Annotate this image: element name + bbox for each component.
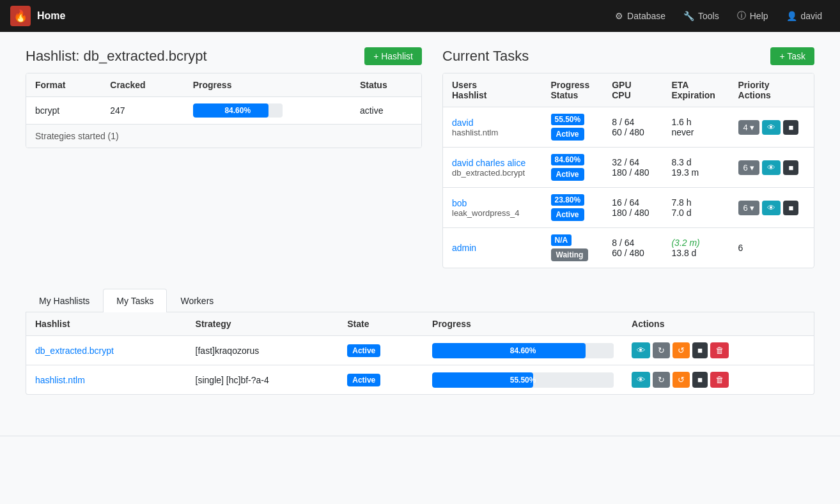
my-task-action-group: 👁 ↻ ↺ ■ 🗑 — [632, 372, 805, 388]
task-eta: 7.8 h — [671, 197, 720, 208]
my-task-view-button[interactable]: 👁 — [632, 342, 650, 358]
task-eta: 1.6 h — [671, 117, 720, 127]
stop-task-button[interactable]: ■ — [783, 120, 798, 135]
task-gpu-cpu: 16 / 64 180 / 480 — [603, 188, 662, 228]
navbar-nav: ⚙ Database 🔧 Tools ⓘ Help 👤 david — [607, 6, 830, 26]
th-priority-actions: Priority Actions — [729, 73, 814, 107]
task-user-link[interactable]: bob — [452, 198, 467, 208]
tools-icon: 🔧 — [683, 11, 694, 21]
hashlist-data-row: bcrypt 247 84.60% active — [26, 97, 421, 125]
task-status-badge: Active — [551, 128, 584, 141]
task-row: david charles alice db_extracted.bcrypt … — [443, 148, 814, 188]
my-task-hashlist: hashlist.ntlm — [26, 365, 187, 395]
priority-dropdown-button[interactable]: 4 ▾ — [738, 120, 760, 135]
footer-divider — [0, 436, 840, 436]
task-expiration: never — [671, 127, 720, 137]
tasks-header-row: Users Hashlist Progress Status GPU CPU — [443, 73, 814, 107]
user-nav-item[interactable]: 👤 david — [779, 7, 830, 25]
my-task-view-button[interactable]: 👁 — [632, 372, 650, 388]
stop-task-button[interactable]: ■ — [783, 160, 798, 175]
hashlist-table-wrapper: Format Cracked Progress Status bcrypt 24… — [26, 73, 422, 148]
col-task-progress: Progress — [423, 312, 623, 336]
task-priority-value: 6 — [738, 243, 743, 253]
tasks-header: Current Tasks + Task — [442, 47, 814, 65]
task-user-link[interactable]: admin — [452, 243, 476, 253]
my-task-stop-button[interactable]: ■ — [692, 342, 708, 358]
my-task-hashlist-link[interactable]: db_extracted.bcrypt — [35, 346, 114, 356]
task-user-link[interactable]: david charles alice — [452, 158, 525, 168]
add-task-button[interactable]: + Task — [770, 47, 814, 65]
task-user-hashlist: david hashlist.ntlm — [443, 107, 542, 148]
hashlist-title: Hashlist: db_extracted.bcrypt — [26, 48, 207, 65]
task-user-hashlist: admin — [443, 228, 542, 268]
priority-dropdown-button[interactable]: 6 ▾ — [738, 160, 760, 175]
tab-workers[interactable]: Workers — [167, 289, 227, 312]
database-nav-item[interactable]: ⚙ Database — [607, 7, 673, 25]
col-status: Status — [351, 73, 421, 97]
task-expiration: 19.3 m — [671, 167, 720, 178]
stop-task-button[interactable]: ■ — [783, 201, 798, 215]
task-row: david hashlist.ntlm 55.50% Active 8 / 64… — [443, 107, 814, 148]
my-task-restart-button[interactable]: ↺ — [673, 342, 690, 358]
my-task-delete-button[interactable]: 🗑 — [710, 342, 729, 358]
task-gpu: 32 / 64 — [612, 157, 653, 167]
tasks-table: Users Hashlist Progress Status GPU CPU — [443, 73, 814, 268]
th-users-hashlist: Users Hashlist — [443, 73, 542, 107]
task-progress-badge: 23.80% — [551, 194, 585, 206]
add-hashlist-button[interactable]: + Hashlist — [364, 47, 422, 65]
task-progress-status: 23.80% Active — [542, 188, 603, 228]
my-task-delete-button[interactable]: 🗑 — [710, 372, 729, 388]
my-task-state-badge: Active — [347, 374, 380, 386]
hashlist-table: Format Cracked Progress Status bcrypt 24… — [26, 73, 421, 148]
my-task-state-badge: Active — [347, 344, 380, 357]
task-priority-cell: 6 ▾ 👁 ■ — [729, 148, 814, 188]
view-task-button[interactable]: 👁 — [762, 120, 781, 135]
my-task-actions: 👁 ↻ ↺ ■ 🗑 — [623, 336, 814, 365]
priority-dropdown-button[interactable]: 6 ▾ — [738, 201, 760, 215]
task-status-badge: Active — [551, 208, 584, 221]
my-task-progress-cell: 84.60% — [423, 336, 623, 365]
my-task-strategy: [fast]kraqozorus — [187, 336, 339, 365]
tab-my-tasks[interactable]: My Tasks — [103, 289, 167, 312]
my-task-refresh-button[interactable]: ↻ — [653, 342, 670, 358]
strategies-row: Strategies started (1) — [26, 125, 421, 148]
my-task-actions: 👁 ↻ ↺ ■ 🗑 — [623, 365, 814, 395]
my-task-progress-fill — [432, 343, 586, 358]
task-eta: 8.3 d — [671, 157, 720, 167]
task-cpu: 180 / 480 — [612, 167, 653, 178]
hashlist-header: Hashlist: db_extracted.bcrypt + Hashlist — [26, 47, 422, 65]
hashlist-cracked: 247 — [101, 97, 183, 125]
task-hashlist-name: hashlist.ntlm — [452, 128, 533, 137]
brand-logo[interactable]: 🔥 Home — [10, 6, 65, 26]
my-task-progress-label: 84.60% — [510, 346, 536, 355]
task-row: bob leak_wordpress_4 23.80% Active 16 / … — [443, 188, 814, 228]
hashlist-table-header-row: Format Cracked Progress Status — [26, 73, 421, 97]
my-task-row: hashlist.ntlm [single] [hc]bf-?a-4 Activ… — [26, 365, 814, 395]
task-gpu: 16 / 64 — [612, 197, 653, 208]
my-task-stop-button[interactable]: ■ — [692, 372, 708, 388]
view-task-button[interactable]: 👁 — [762, 201, 781, 215]
strategies-label: Strategies started (1) — [26, 125, 421, 148]
task-user-link[interactable]: david — [452, 118, 473, 128]
database-icon: ⚙ — [615, 11, 623, 21]
my-task-restart-button[interactable]: ↺ — [673, 372, 690, 388]
my-task-action-group: 👁 ↻ ↺ ■ 🗑 — [632, 342, 805, 358]
task-gpu-cpu: 8 / 64 60 / 480 — [603, 107, 662, 148]
my-task-refresh-button[interactable]: ↻ — [653, 372, 670, 388]
col-actions: Actions — [623, 312, 814, 336]
home-nav-item[interactable]: Home — [37, 10, 65, 22]
task-progress-badge: 55.50% — [551, 114, 585, 125]
brand-icon: 🔥 — [10, 6, 31, 26]
my-task-progress-label: 55.50% — [510, 376, 536, 385]
help-nav-item[interactable]: ⓘ Help — [729, 6, 776, 26]
tasks-title: Current Tasks — [442, 48, 529, 65]
my-task-hashlist-link[interactable]: hashlist.ntlm — [35, 375, 85, 385]
tools-nav-item[interactable]: 🔧 Tools — [676, 7, 727, 25]
hashlist-section: Hashlist: db_extracted.bcrypt + Hashlist… — [26, 47, 422, 268]
tab-my-hashlists[interactable]: My Hashlists — [26, 289, 103, 312]
task-cpu: 60 / 480 — [612, 248, 653, 258]
task-eta-expiration: 8.3 d 19.3 m — [662, 148, 729, 188]
view-task-button[interactable]: 👁 — [762, 160, 781, 175]
task-expiration: 7.0 d — [671, 208, 720, 218]
col-hashlist-name: Hashlist — [26, 312, 187, 336]
